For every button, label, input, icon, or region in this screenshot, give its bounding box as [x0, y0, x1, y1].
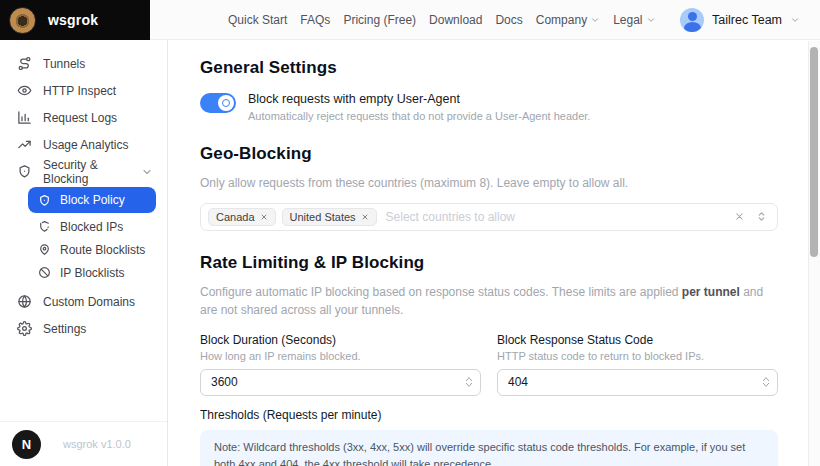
brand-logo-icon	[9, 7, 36, 34]
sidebar-item-label: Route Blocklists	[60, 243, 145, 257]
nav-quick-start[interactable]: Quick Start	[228, 13, 287, 27]
sidebar-item-label: Request Logs	[43, 111, 117, 125]
sidebar-subitem-route-blocklists[interactable]: Route Blocklists	[0, 238, 167, 261]
user-name: Tailrec Team	[712, 13, 782, 27]
sidebar-item-label: Security & Blocking	[43, 158, 130, 186]
country-tag: United States	[282, 208, 377, 226]
sidebar-item-label: Custom Domains	[43, 295, 135, 309]
nav-legal[interactable]: Legal	[613, 13, 655, 27]
country-tag: Canada	[208, 208, 276, 226]
sidebar-item-security-blocking[interactable]: Security & Blocking	[0, 158, 167, 185]
sidebar-item-settings[interactable]: Settings	[0, 315, 167, 342]
shield-check-icon	[38, 194, 51, 207]
scrollbar-thumb[interactable]	[810, 47, 818, 257]
general-settings-title: General Settings	[200, 58, 778, 78]
eye-icon	[17, 83, 32, 98]
block-duration-help: How long an IP remains blocked.	[200, 350, 481, 362]
wildcard-note: Note: Wildcard thresholds (3xx, 4xx, 5xx…	[200, 430, 778, 466]
brand-name: wsgrok	[48, 12, 98, 28]
block-duration-label: Block Duration (Seconds)	[200, 333, 481, 347]
sidebar-item-custom-domains[interactable]: Custom Domains	[0, 288, 167, 315]
remove-tag-icon[interactable]	[260, 213, 268, 221]
sidebar-footer: N wsgrok v1.0.0	[0, 421, 167, 466]
number-spinner-icon[interactable]	[762, 377, 770, 388]
country-multiselect[interactable]: Canada United States Select countries to…	[200, 203, 778, 231]
shield-off-icon	[38, 220, 51, 233]
thresholds-label: Thresholds (Requests per minute)	[200, 408, 778, 422]
rate-limiting-description: Configure automatic IP blocking based on…	[200, 283, 778, 320]
chevron-down-icon	[790, 15, 800, 25]
trending-up-icon	[17, 137, 32, 152]
toggle-knob	[218, 95, 234, 111]
sidebar-item-http-inspect[interactable]: HTTP Inspect	[0, 77, 167, 104]
sidebar-subitem-block-policy[interactable]: Block Policy	[28, 187, 156, 213]
clear-all-icon[interactable]	[734, 211, 745, 222]
block-status-input[interactable]	[497, 369, 778, 396]
geo-blocking-title: Geo-Blocking	[200, 144, 778, 164]
bar-chart-icon	[17, 110, 32, 125]
top-nav: Quick Start FAQs Pricing (Free) Download…	[150, 0, 820, 40]
country-input-placeholder[interactable]: Select countries to allow	[386, 210, 728, 224]
empty-user-agent-toggle[interactable]	[200, 93, 236, 113]
remove-tag-icon[interactable]	[361, 213, 369, 221]
sidebar: Tunnels HTTP Inspect Request Logs Usage …	[0, 40, 168, 466]
sidebar-item-tunnels[interactable]: Tunnels	[0, 50, 167, 77]
sidebar-subitem-blocked-ips[interactable]: Blocked IPs	[0, 215, 167, 238]
user-avatar	[680, 8, 704, 32]
sidebar-item-label: IP Blocklists	[60, 266, 124, 280]
top-bar: wsgrok Quick Start FAQs Pricing (Free) D…	[0, 0, 820, 40]
map-pin-icon	[38, 243, 51, 256]
gear-icon	[17, 321, 32, 336]
sidebar-item-label: Blocked IPs	[60, 220, 123, 234]
sidebar-subitem-ip-blocklists[interactable]: IP Blocklists	[0, 261, 167, 284]
sidebar-item-request-logs[interactable]: Request Logs	[0, 104, 167, 131]
toggle-label: Block requests with empty User-Agent	[248, 92, 590, 106]
sidebar-item-label: Settings	[43, 322, 86, 336]
app-version: wsgrok v1.0.0	[63, 438, 131, 450]
nav-faqs[interactable]: FAQs	[300, 13, 330, 27]
sidebar-item-label: Tunnels	[43, 57, 85, 71]
nav-company[interactable]: Company	[536, 13, 600, 27]
chevron-down-icon	[141, 166, 153, 178]
geo-description: Only allow requests from these countries…	[200, 174, 778, 193]
rate-limiting-title: Rate Limiting & IP Blocking	[200, 253, 778, 273]
shield-icon	[17, 164, 32, 179]
chevron-down-icon	[590, 15, 600, 25]
route-icon	[17, 56, 32, 71]
nav-pricing[interactable]: Pricing (Free)	[343, 13, 416, 27]
block-duration-input[interactable]	[200, 369, 481, 396]
user-menu[interactable]: Tailrec Team	[680, 8, 800, 32]
nav-download[interactable]: Download	[429, 13, 482, 27]
toggle-help-text: Automatically reject requests that do no…	[248, 110, 590, 122]
footer-avatar[interactable]: N	[12, 430, 41, 459]
main-content: General Settings Block requests with emp…	[169, 40, 808, 466]
sidebar-item-label: Usage Analytics	[43, 138, 128, 152]
sidebar-item-label: Block Policy	[60, 193, 125, 207]
sidebar-item-label: HTTP Inspect	[43, 84, 116, 98]
nav-docs[interactable]: Docs	[495, 13, 522, 27]
globe-icon	[17, 294, 32, 309]
block-status-label: Block Response Status Code	[497, 333, 778, 347]
block-status-help: HTTP status code to return to blocked IP…	[497, 350, 778, 362]
ban-icon	[38, 266, 51, 279]
chevrons-up-down-icon[interactable]	[756, 211, 767, 222]
chevron-down-icon	[646, 15, 656, 25]
sidebar-item-usage-analytics[interactable]: Usage Analytics	[0, 131, 167, 158]
brand-block: wsgrok	[0, 0, 150, 40]
number-spinner-icon[interactable]	[465, 377, 473, 388]
